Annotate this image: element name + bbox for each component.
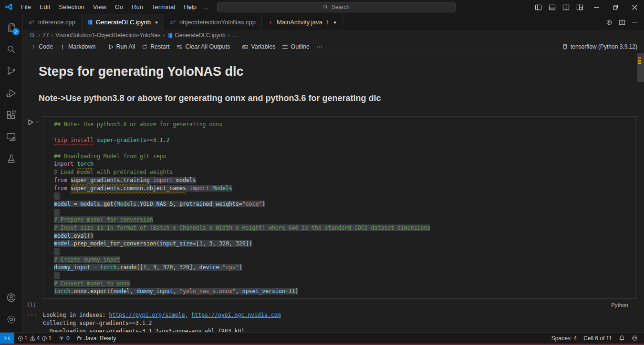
minimize-button[interactable] — [587, 0, 606, 14]
ports-status[interactable]: 0 — [55, 333, 73, 344]
cell-editor[interactable]: ## Note- Use python3.8 or above for gene… — [43, 116, 636, 299]
output-text: Downloading super-gradients-3.1.2-py3-no… — [43, 328, 244, 332]
remote-explorer-icon[interactable] — [0, 126, 23, 148]
output-line: Looking in indexes: https://pypi.org/sim… — [43, 311, 644, 319]
code-line[interactable]: ## Note- Use python3.8 or above for gene… — [54, 121, 635, 129]
source-control-icon[interactable] — [0, 60, 23, 82]
tab-MainActivity.java[interactable]: JMainActivity.java1● — [262, 14, 343, 30]
code-line[interactable]: # Convert model to onnx — [54, 280, 635, 288]
menu-item-go[interactable]: Go — [111, 2, 127, 12]
feedback-smiley-icon[interactable] — [628, 333, 641, 344]
code-line[interactable]: torch.onnx.export(model, dummy_input, "y… — [54, 287, 635, 295]
explorer-icon[interactable]: 2 — [0, 16, 23, 38]
code-line[interactable]: model.eval() — [54, 232, 635, 240]
code-button[interactable]: Code — [27, 41, 56, 52]
modified-dot-icon[interactable]: ● — [333, 20, 336, 25]
code-line[interactable] — [54, 192, 635, 200]
run-all-button[interactable]: Run All — [104, 41, 139, 52]
run-cell-button[interactable] — [27, 119, 34, 126]
lightbulb-icon[interactable] — [53, 169, 60, 175]
settings-gear-icon[interactable] — [606, 19, 613, 26]
code-line[interactable]: from super_gradients.common.object_names… — [54, 184, 635, 193]
breadcrumb-item[interactable]: VisionSolution1-ObjectDetection-YoloNas — [55, 32, 160, 39]
chevron-right-icon: › — [38, 32, 40, 39]
customize-layout-icon[interactable] — [573, 0, 587, 14]
tab-objectdetectionYoloNas.cpp[interactable]: C+objectdetectionYoloNas.cpp — [164, 14, 262, 30]
breadcrumb-label: ... — [232, 32, 237, 39]
menu-item-terminal[interactable]: Terminal — [147, 2, 179, 12]
extensions-icon[interactable] — [0, 104, 23, 126]
problems-status[interactable]: 1 4 1 — [14, 333, 55, 344]
code-line[interactable] — [54, 129, 635, 137]
toggle-panel-icon[interactable] — [545, 0, 559, 14]
code-line[interactable]: # Prepare model for conversion — [54, 216, 635, 224]
output-link[interactable]: https://pypi.ngc.nvidia.com — [192, 312, 281, 318]
button-label: Code — [39, 43, 53, 50]
output-options-icon[interactable]: ··· — [26, 311, 38, 319]
run-debug-icon[interactable] — [0, 82, 23, 104]
more-actions-icon[interactable] — [632, 19, 638, 26]
editor-scrollbar[interactable] — [637, 53, 644, 332]
toolbar-divider — [236, 43, 236, 50]
code-line[interactable] — [54, 248, 635, 256]
code-line[interactable]: # Input size is in format of [Batch x Ch… — [54, 224, 635, 232]
go-forward-icon[interactable]: → — [202, 3, 209, 11]
more-actions-button[interactable] — [313, 41, 326, 52]
cell-language-picker[interactable]: Python — [611, 302, 628, 308]
toggle-sidebar-icon[interactable] — [531, 0, 545, 14]
indentation-status[interactable]: Spaces: 4 — [548, 333, 580, 344]
code-line[interactable]: ## Downloading Model from git repo — [54, 152, 635, 161]
close-window-button[interactable] — [625, 0, 644, 14]
outline-button[interactable]: Outline — [279, 41, 313, 52]
menu-item-run[interactable]: Run — [127, 2, 147, 12]
cell-position-status[interactable]: Cell 6 of 11 — [580, 333, 615, 344]
search-label: Search — [332, 4, 350, 10]
activity-items: 2 — [0, 16, 23, 170]
breadcrumb-item[interactable]: GenerateDLC.ipynb — [167, 32, 226, 39]
menu-item-edit[interactable]: Edit — [35, 2, 54, 12]
menu-item-view[interactable]: View — [89, 2, 111, 12]
button-label: Markdown — [68, 43, 96, 50]
restore-button[interactable] — [606, 0, 625, 14]
menu-item-selection[interactable]: Selection — [54, 2, 88, 12]
plus-icon — [60, 44, 66, 50]
breadcrumb-item[interactable]: D: — [30, 32, 36, 39]
markdown-button[interactable]: Markdown — [56, 41, 99, 52]
tab-GenerateDLC.ipynb[interactable]: GenerateDLC.ipynb● — [82, 14, 164, 30]
toggle-secondary-sidebar-icon[interactable] — [559, 0, 573, 14]
code-line[interactable]: # Load model with pretrained weights — [54, 168, 635, 176]
go-back-icon[interactable]: ← — [187, 3, 195, 11]
search-icon[interactable] — [0, 38, 23, 60]
modified-dot-icon[interactable]: ● — [155, 20, 158, 25]
code-line[interactable]: dummy_input = torch.randn([1, 3, 320, 32… — [54, 264, 635, 272]
code-line[interactable]: !pip install super-gradients==3.1.2 — [54, 136, 635, 144]
split-editor-icon[interactable] — [619, 19, 625, 26]
code-line[interactable]: model.prep_model_for_conversion(input_si… — [54, 240, 635, 248]
code-line[interactable]: model = models.get(Models.YOLO_NAS_S, pr… — [54, 200, 635, 208]
code-line[interactable]: # Create dummy_input — [54, 256, 635, 264]
java-status[interactable]: Java: Ready — [73, 333, 120, 344]
code-line[interactable]: import torch — [54, 160, 635, 168]
notifications-bell-icon[interactable] — [615, 333, 628, 344]
breadcrumb-item[interactable]: 77 — [42, 32, 49, 39]
kernel-picker[interactable]: tensorflow (Python 3.9.12) — [562, 43, 644, 50]
output-link[interactable]: https://pypi.org/simple — [109, 312, 185, 318]
run-options-chevron-icon[interactable] — [35, 119, 40, 126]
info-count: 1 — [48, 335, 52, 342]
accounts-icon[interactable] — [0, 286, 23, 308]
menu-item-file[interactable]: File — [17, 2, 35, 12]
tab-inference.cpp[interactable]: C+inference.cpp — [23, 14, 82, 30]
code-line[interactable]: from super_gradients.training import mod… — [54, 176, 635, 184]
java-status-label: Java: Ready — [84, 335, 116, 342]
code-line[interactable] — [54, 272, 635, 280]
remote-indicator[interactable] — [0, 333, 14, 344]
restart-button[interactable]: Restart — [138, 41, 173, 52]
code-line[interactable] — [54, 208, 635, 216]
variables-button[interactable]: Variables — [239, 41, 279, 52]
testing-icon[interactable] — [0, 148, 23, 170]
clear-all-outputs-button[interactable]: Clear All Outputs — [173, 41, 233, 52]
breadcrumb-item[interactable]: ... — [232, 32, 237, 39]
code-line[interactable] — [54, 144, 635, 152]
command-center-search[interactable]: Search — [217, 2, 456, 12]
manage-icon[interactable] — [0, 308, 23, 330]
